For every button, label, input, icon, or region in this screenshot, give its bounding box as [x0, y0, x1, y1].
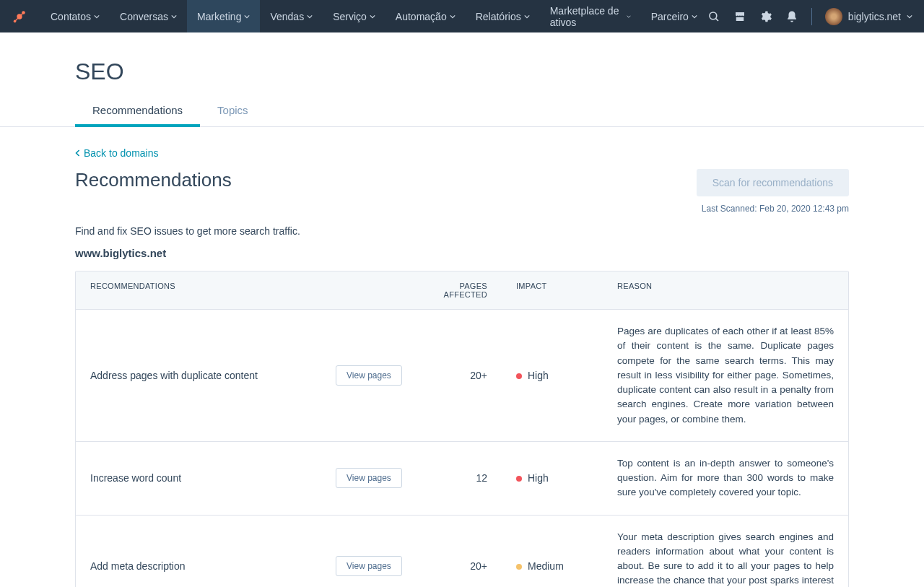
tab-topics[interactable]: Topics [217, 104, 248, 126]
marketplace-icon[interactable] [733, 10, 746, 23]
table-row: Address pages with duplicate contentView… [76, 310, 848, 442]
impact-cell: Medium [516, 560, 617, 572]
nav-item-vendas[interactable]: Vendas [260, 0, 323, 32]
svg-line-6 [715, 18, 718, 20]
header-reason: REASON [617, 282, 834, 299]
chevron-down-icon [244, 14, 250, 19]
page-title: SEO [75, 58, 849, 85]
nav-item-label: Contatos [51, 11, 91, 22]
chevron-down-icon [907, 14, 912, 19]
impact-cell: High [516, 472, 617, 484]
navbar-right: biglytics.net [707, 8, 912, 25]
pages-affected-value: 20+ [422, 560, 516, 572]
impact-dot-icon [516, 373, 522, 379]
svg-point-4 [14, 19, 17, 22]
nav-item-marketing[interactable]: Marketing [187, 0, 260, 32]
domain-label: www.biglytics.net [75, 247, 849, 259]
nav-item-automação[interactable]: Automação [385, 0, 466, 32]
account-label: biglytics.net [848, 11, 901, 22]
nav-item-parceiro[interactable]: Parceiro [641, 0, 707, 32]
pages-affected-value: 20+ [422, 370, 516, 381]
page-subtitle: Find and fix SEO issues to get more sear… [75, 225, 849, 237]
nav-item-label: Parceiro [651, 11, 689, 22]
scan-for-recommendations-button[interactable]: Scan for recommendations [697, 169, 849, 196]
recommendation-title: Increase word count [90, 472, 336, 484]
last-scanned-text: Last Scanned: Feb 20, 2020 12:43 pm [697, 204, 849, 214]
back-to-domains-link[interactable]: Back to domains [75, 147, 159, 159]
chevron-down-icon [627, 14, 631, 19]
nav-item-label: Marketing [197, 11, 241, 22]
recommendation-title: Add meta description [90, 560, 336, 572]
chevron-left-icon [75, 149, 81, 157]
tab-recommendations[interactable]: Recommendations [92, 104, 183, 126]
view-pages-button[interactable]: View pages [336, 556, 402, 576]
header-impact: IMPACT [516, 282, 617, 299]
impact-cell: High [516, 370, 617, 381]
top-navbar: ContatosConversasMarketingVendasServiçoA… [0, 0, 924, 32]
nav-item-conversas[interactable]: Conversas [110, 0, 187, 32]
nav-item-contatos[interactable]: Contatos [40, 0, 110, 32]
page-container: SEO [64, 58, 860, 85]
chevron-down-icon [524, 14, 530, 19]
search-icon[interactable] [707, 10, 720, 23]
recommendation-title: Address pages with duplicate content [90, 370, 336, 381]
chevron-down-icon [450, 14, 456, 19]
pages-affected-value: 12 [422, 472, 516, 484]
nav-item-label: Automação [396, 11, 447, 22]
reason-text: Your meta description gives search engin… [617, 530, 834, 588]
nav-item-label: Conversas [120, 11, 168, 22]
impact-dot-icon [516, 476, 522, 482]
header-pages-affected: PAGES AFFECTED [422, 282, 516, 299]
table-row: Increase word countView pages12HighTop c… [76, 442, 848, 516]
nav-item-label: Vendas [270, 11, 304, 22]
navbar-left: ContatosConversasMarketingVendasServiçoA… [12, 0, 707, 32]
chevron-down-icon [692, 14, 697, 19]
nav-item-label: Serviço [333, 11, 367, 22]
nav-item-serviço[interactable]: Serviço [323, 0, 385, 32]
account-menu[interactable]: biglytics.net [825, 8, 912, 25]
nav-item-label: Marketplace de ativos [550, 5, 624, 28]
view-pages-button[interactable]: View pages [336, 468, 402, 488]
impact-label: Medium [528, 560, 564, 572]
chevron-down-icon [370, 14, 375, 19]
view-pages-button[interactable]: View pages [336, 365, 402, 386]
table-row: Add meta descriptionView pages20+MediumY… [76, 516, 848, 588]
hubspot-logo-icon[interactable] [12, 9, 27, 25]
svg-point-5 [710, 12, 717, 19]
back-link-label: Back to domains [84, 147, 159, 159]
impact-label: High [528, 370, 549, 381]
chevron-down-icon [307, 14, 313, 19]
chevron-down-icon [94, 14, 100, 19]
impact-label: High [528, 472, 549, 484]
nav-items: ContatosConversasMarketingVendasServiçoA… [40, 0, 707, 32]
recommendations-table: RECOMMENDATIONS PAGES AFFECTED IMPACT RE… [75, 271, 849, 587]
tabs-bar: RecommendationsTopics [0, 104, 924, 127]
header-recommendations: RECOMMENDATIONS [90, 282, 336, 299]
settings-icon[interactable] [759, 10, 772, 23]
chevron-down-icon [171, 14, 177, 19]
notifications-icon[interactable] [785, 10, 798, 23]
table-header: RECOMMENDATIONS PAGES AFFECTED IMPACT RE… [76, 271, 848, 310]
avatar [825, 8, 842, 25]
nav-item-marketplace-de-ativos[interactable]: Marketplace de ativos [540, 0, 641, 32]
nav-divider [811, 8, 812, 25]
reason-text: Top content is an in-depth answer to som… [617, 456, 834, 500]
reason-text: Pages are duplicates of each other if at… [617, 324, 834, 427]
impact-dot-icon [516, 564, 522, 570]
nav-item-relatórios[interactable]: Relatórios [466, 0, 540, 32]
recommendations-heading: Recommendations [75, 169, 232, 191]
nav-item-label: Relatórios [476, 11, 521, 22]
